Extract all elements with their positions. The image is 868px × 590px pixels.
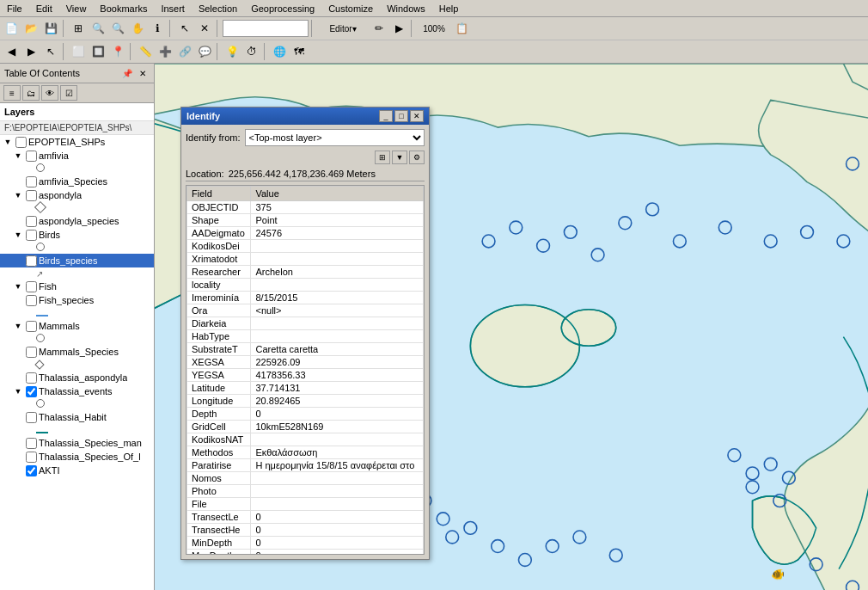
menu-edit[interactable]: Edit: [29, 2, 59, 15]
zoom-layer[interactable]: 🔲: [89, 42, 107, 61]
mammals-species-checkbox[interactable]: [26, 347, 37, 358]
expand-aspondyla-icon[interactable]: ▼: [12, 189, 24, 201]
back-btn[interactable]: ◀: [2, 42, 21, 61]
pan[interactable]: ✋: [128, 19, 147, 38]
menu-file[interactable]: File: [0, 2, 29, 15]
layer-amfivia-species[interactable]: ▶ amfivia_Species: [0, 175, 154, 188]
expand-group-icon[interactable]: ▼: [2, 136, 14, 148]
layer-thalassia-habit[interactable]: ▶ Thalassia_Habit: [0, 410, 154, 424]
layer-aspondyla-species[interactable]: ▶ aspondyla_species: [0, 214, 154, 228]
aspondyla-checkbox[interactable]: [26, 190, 37, 201]
dialog-minimize-btn[interactable]: _: [379, 110, 393, 122]
zoom-in[interactable]: 🔍: [89, 19, 107, 38]
identify-collapse-btn[interactable]: ▼: [392, 151, 407, 164]
birds-checkbox[interactable]: [26, 230, 37, 241]
thalassia-aspondyla-checkbox[interactable]: [26, 372, 37, 384]
zoom-out[interactable]: 🔍: [108, 19, 127, 38]
amfivia-species-checkbox[interactable]: [26, 176, 37, 187]
table-row[interactable]: Nomos: [187, 472, 424, 485]
expand-thalassia-events-icon[interactable]: ▼: [12, 385, 24, 397]
table-row[interactable]: GridCell10kmE528N169: [187, 421, 424, 433]
toc-tab-sel[interactable]: ☑: [60, 85, 77, 101]
open-btn[interactable]: 📂: [21, 19, 40, 38]
menu-customize[interactable]: Customize: [321, 2, 380, 15]
table-row[interactable]: Photo: [187, 485, 424, 498]
table-row[interactable]: AADeigmato24576: [187, 227, 424, 240]
table-row[interactable]: HabType: [187, 330, 424, 343]
layer-aspondyla[interactable]: ▼ aspondyla: [0, 188, 154, 202]
table-row[interactable]: ParatiriseΗ ημερομηνία 15/8/15 αναφέρετα…: [187, 459, 424, 472]
table-row[interactable]: KodikosDei: [187, 240, 424, 253]
save-btn[interactable]: 💾: [41, 19, 60, 38]
identify-table-container[interactable]: Field Value OBJECTID375ShapePointAADeigm…: [186, 185, 425, 555]
menu-help[interactable]: Help: [432, 2, 466, 15]
layer-birds-species[interactable]: ▶ Birds_species: [0, 254, 154, 267]
identify-options-btn[interactable]: ⚙: [409, 151, 425, 164]
table-row[interactable]: OBJECTID375: [187, 201, 424, 214]
new-btn[interactable]: 📄: [2, 19, 21, 38]
toc-close-icon[interactable]: ✕: [136, 66, 150, 80]
table-row[interactable]: Ora<null>: [187, 304, 424, 317]
table-row[interactable]: KodikosNAT: [187, 433, 424, 446]
menu-geoprocessing[interactable]: Geoprocessing: [244, 2, 321, 15]
table-row[interactable]: Xrimatodot: [187, 253, 424, 266]
hyperlink[interactable]: 🔗: [175, 42, 194, 61]
html-popup[interactable]: 💬: [195, 42, 214, 61]
table-row[interactable]: MethodosΕκθαλάσσωση: [187, 446, 424, 459]
akti-checkbox[interactable]: [26, 465, 37, 476]
layer-thalassia-events[interactable]: ▼ Thalassia_events: [0, 384, 154, 398]
expand-birds-icon[interactable]: ▼: [12, 229, 24, 241]
zoom-pct[interactable]: 100%: [417, 19, 451, 38]
table-row[interactable]: MaxDepth0: [187, 550, 424, 556]
layer-birds[interactable]: ▼ Birds: [0, 228, 154, 242]
editor-btn[interactable]: Editor▾: [317, 19, 369, 38]
table-row[interactable]: Imerominía8/15/2015: [187, 292, 424, 304]
table-row[interactable]: MinDepth0: [187, 537, 424, 550]
menu-view[interactable]: View: [59, 2, 94, 15]
expand-fish-icon[interactable]: ▼: [12, 280, 24, 292]
table-row[interactable]: ShapePoint: [187, 214, 424, 227]
add-data[interactable]: ➕: [156, 42, 174, 61]
group-checkbox[interactable]: [15, 137, 27, 148]
amfivia-checkbox[interactable]: [26, 151, 37, 162]
expand-mammals-icon[interactable]: ▼: [12, 320, 24, 332]
table-row[interactable]: File: [187, 498, 424, 511]
layer-fish[interactable]: ▼ Fish: [0, 280, 154, 293]
layout-view[interactable]: 📋: [452, 19, 471, 38]
zoom-box[interactable]: ⬜: [69, 42, 88, 61]
table-row[interactable]: SubstrateTCaretta caretta: [187, 343, 424, 356]
forward-btn[interactable]: ▶: [21, 42, 40, 61]
layer-group-epopteia[interactable]: ▼ EPOPTEIA_SHPs: [0, 135, 154, 149]
thalassia-species-man-checkbox[interactable]: [26, 438, 37, 449]
layer-mammals-species[interactable]: ▶ Mammals_Species: [0, 345, 154, 359]
menu-windows[interactable]: Windows: [380, 2, 432, 15]
identify-tool[interactable]: ℹ: [148, 19, 167, 38]
table-row[interactable]: Longitude20.892465: [187, 395, 424, 408]
edit-pencil[interactable]: ✏: [370, 19, 388, 38]
expand-amfivia-icon[interactable]: ▼: [12, 150, 24, 162]
layer-thalassia-species-man[interactable]: ▶ Thalassia_Species_man: [0, 436, 154, 450]
fish-checkbox[interactable]: [26, 281, 37, 292]
identify-expand-btn[interactable]: ⊞: [375, 151, 390, 164]
layer-fish-species[interactable]: ▶ Fish_species: [0, 293, 154, 307]
table-row[interactable]: ResearcherArchelon: [187, 266, 424, 279]
table-row[interactable]: XEGSA225926.09: [187, 356, 424, 369]
map-tips[interactable]: 💡: [223, 42, 241, 61]
dialog-close-btn[interactable]: ✕: [410, 110, 424, 122]
layer-mammals[interactable]: ▼ Mammals: [0, 319, 154, 333]
table-row[interactable]: TransectHe0: [187, 524, 424, 537]
clear-sel[interactable]: ✕: [195, 19, 214, 38]
layer-thalassia-species-of-l[interactable]: ▶ Thalassia_Species_Of_l: [0, 450, 154, 464]
measure[interactable]: 📏: [136, 42, 155, 61]
toc-tab-vis[interactable]: 👁: [41, 85, 58, 101]
layer-akti[interactable]: ▶ AKTI: [0, 464, 154, 477]
menu-bookmarks[interactable]: Bookmarks: [93, 2, 154, 15]
table-row[interactable]: Diarkeia: [187, 317, 424, 330]
layer-amfivia[interactable]: ▼ amfivia: [0, 149, 154, 163]
mammals-checkbox[interactable]: [26, 321, 37, 332]
table-row[interactable]: Depth0: [187, 408, 424, 421]
select-tool[interactable]: ↖: [175, 19, 194, 38]
table-row[interactable]: TransectLe0: [187, 511, 424, 524]
map-area[interactable]: 🐠 Identify _ □ ✕ Identify from: <Top-mos…: [155, 64, 868, 590]
toc-tab-list[interactable]: ≡: [3, 85, 21, 101]
